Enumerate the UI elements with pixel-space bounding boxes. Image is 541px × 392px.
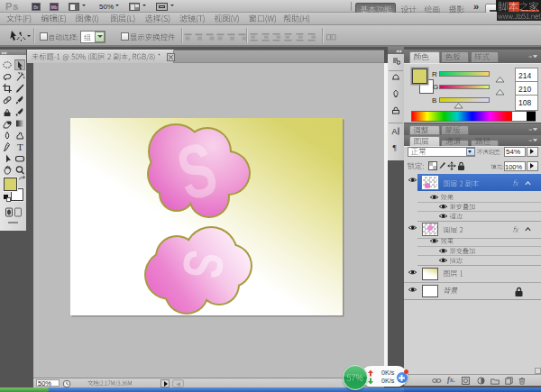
svg-text:¶: ¶ [393, 143, 397, 152]
svg-text:A: A [392, 127, 398, 136]
svg-text:T: T [17, 141, 23, 152]
